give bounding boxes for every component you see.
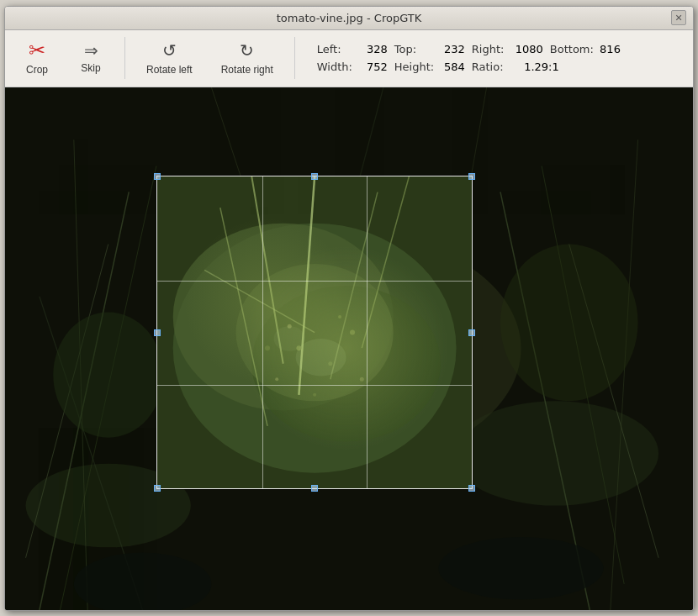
svg-line-27 [330, 192, 378, 380]
bottom-value: 816 [594, 43, 627, 55]
bottom-label: Bottom: [550, 43, 594, 55]
top-value: 232 [438, 43, 472, 55]
left-label: Left: [317, 43, 361, 55]
skip-label: Skip [81, 62, 100, 74]
crop-button[interactable]: ✂ Crop [12, 34, 62, 82]
svg-point-18 [53, 312, 163, 437]
handle-top-center[interactable] [311, 173, 318, 180]
window-title: tomato-vine.jpg - CropGTK [27, 12, 671, 24]
handle-bottom-left[interactable] [154, 485, 161, 492]
svg-point-37 [338, 315, 341, 319]
main-window: tomato-vine.jpg - CropGTK ✕ ✂ Crop ⇒ Ski… [4, 6, 694, 611]
close-button[interactable]: ✕ [671, 10, 686, 25]
svg-point-34 [350, 330, 355, 335]
handle-bottom-center[interactable] [311, 485, 318, 492]
svg-point-31 [296, 345, 301, 350]
handle-top-right[interactable] [468, 173, 475, 180]
right-label: Right: [472, 43, 516, 55]
svg-point-32 [328, 361, 332, 366]
width-label: Width: [317, 61, 361, 73]
handle-middle-right[interactable] [468, 329, 475, 336]
svg-point-40 [296, 339, 346, 376]
svg-line-30 [204, 271, 315, 333]
left-value: 328 [361, 43, 394, 55]
svg-line-26 [299, 176, 315, 395]
crop-interior-svg [157, 176, 472, 488]
titlebar: tomato-vine.jpg - CropGTK ✕ [5, 7, 693, 30]
width-value: 752 [361, 61, 394, 73]
toolbar: ✂ Crop ⇒ Skip ↺ Rotate left ↻ Rotate rig… [5, 30, 693, 87]
info-panel: Left: 328 Top: 232 Right: 1080 Bottom: 8… [317, 43, 627, 73]
rotate-left-label: Rotate left [146, 64, 193, 76]
svg-point-19 [500, 244, 638, 401]
ratio-value: 1.29:1 [516, 61, 566, 73]
rotate-left-button[interactable]: ↺ Rotate left [134, 34, 205, 82]
svg-line-29 [362, 176, 409, 348]
handle-middle-left[interactable] [154, 329, 161, 336]
skip-button[interactable]: ⇒ Skip [66, 36, 116, 80]
svg-line-25 [251, 176, 283, 364]
svg-point-21 [173, 224, 457, 473]
top-label: Top: [394, 43, 438, 55]
rotate-left-icon: ↺ [162, 40, 177, 61]
svg-point-41 [273, 326, 304, 351]
svg-rect-20 [157, 176, 472, 488]
svg-point-22 [173, 224, 394, 411]
crop-interior [157, 176, 472, 488]
svg-point-39 [360, 377, 364, 382]
svg-point-17 [438, 536, 603, 599]
svg-line-28 [220, 208, 267, 426]
svg-point-24 [236, 264, 394, 401]
rotate-right-button[interactable]: ↻ Rotate right [209, 34, 286, 82]
handle-bottom-right[interactable] [468, 485, 475, 492]
crop-selection[interactable] [156, 176, 473, 489]
height-label: Height: [394, 61, 438, 73]
height-value: 584 [438, 61, 472, 73]
handle-top-left[interactable] [154, 173, 161, 180]
crop-label: Crop [26, 64, 48, 76]
canvas-area[interactable] [5, 87, 693, 610]
toolbar-separator-2 [294, 37, 295, 79]
rotate-right-icon: ↻ [240, 40, 254, 61]
background-image [5, 87, 693, 610]
svg-point-35 [313, 393, 316, 397]
toolbar-separator [124, 37, 125, 79]
rotate-right-label: Rotate right [221, 64, 273, 76]
svg-point-36 [288, 324, 292, 329]
skip-icon: ⇒ [84, 42, 98, 59]
svg-point-33 [275, 378, 278, 382]
ratio-label: Ratio: [472, 61, 516, 73]
info-row-top: Left: 328 Top: 232 Right: 1080 Bottom: 8… [317, 43, 627, 55]
info-row-bottom: Width: 752 Height: 584 Ratio: 1.29:1 [317, 61, 627, 73]
svg-point-23 [251, 286, 441, 442]
svg-point-38 [265, 345, 270, 350]
right-value: 1080 [516, 43, 550, 55]
scissors-icon: ✂ [29, 40, 45, 61]
